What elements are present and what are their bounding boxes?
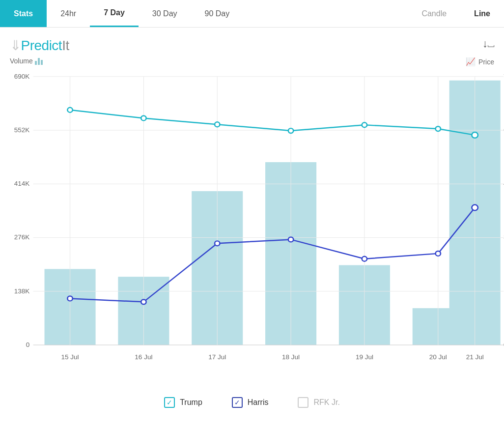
trump-dot-19jul	[362, 122, 367, 127]
trump-label: Trump	[180, 398, 202, 407]
y-label-552k: 552K	[14, 126, 30, 134]
tab-stats[interactable]: Stats	[0, 0, 47, 27]
volume-label-area: Volume	[10, 57, 43, 65]
harris-dot-20jul	[436, 251, 441, 256]
trump-dot-20jul	[436, 126, 441, 131]
x-label-15jul: 15 Jul	[61, 354, 79, 361]
top-nav: Stats 24hr 7 Day 30 Day 90 Day Candle Li…	[0, 0, 504, 28]
chart-legend: ✓ Trump ✓ Harris RFK Jr.	[0, 397, 504, 408]
tab-7day[interactable]: 7 Day	[90, 0, 139, 27]
harris-dot-18jul	[288, 237, 293, 242]
rfk-label: RFK Jr.	[313, 398, 339, 407]
harris-dot-16jul	[141, 299, 146, 304]
logo-it: It	[62, 38, 69, 53]
harris-dot-21jul	[472, 205, 477, 211]
legend-trump[interactable]: ✓ Trump	[164, 397, 202, 408]
price-chart-icon: 📈	[466, 57, 476, 66]
download-button[interactable]: ↓⎵	[482, 37, 494, 50]
x-label-17jul: 17 Jul	[208, 354, 226, 361]
y-label-690k: 690K	[14, 73, 30, 80]
x-label-19jul: 19 Jul	[356, 354, 373, 361]
y-label-0: 0	[26, 341, 30, 348]
harris-checkbox[interactable]: ✓	[232, 397, 243, 408]
price-label: Price	[478, 58, 494, 66]
y-label-414k: 414K	[14, 180, 30, 188]
chart-container: ⇓PredictIt ↓⎵ Volume 📈 Price	[0, 28, 504, 416]
legend-rfk[interactable]: RFK Jr.	[298, 397, 339, 408]
tab-line[interactable]: Line	[460, 0, 504, 27]
volume-label: Volume	[10, 57, 43, 65]
trump-dot-21jul	[472, 132, 477, 138]
chart-svg-area: 690K 552K 414K 276K 138K 0 75¢ 60¢ 45¢ 3…	[0, 72, 504, 372]
trump-dot-15jul	[67, 108, 72, 113]
harris-label: Harris	[248, 398, 269, 407]
x-label-16jul: 16 Jul	[135, 354, 152, 361]
trump-dot-18jul	[288, 128, 293, 133]
x-label-21jul: 21 Jul	[466, 354, 484, 361]
harris-dot-17jul	[215, 241, 220, 246]
harris-dot-15jul	[67, 296, 72, 301]
x-label-20jul: 20 Jul	[429, 354, 447, 361]
tab-24hr[interactable]: 24hr	[47, 0, 90, 27]
harris-dot-19jul	[362, 257, 367, 261]
main-chart-svg: 690K 552K 414K 276K 138K 0 75¢ 60¢ 45¢ 3…	[0, 72, 504, 372]
logo: ⇓PredictIt	[10, 37, 69, 54]
trump-dot-16jul	[141, 116, 146, 121]
x-label-18jul: 18 Jul	[282, 354, 300, 361]
y-label-276k: 276K	[14, 234, 30, 241]
y-label-138k: 138K	[14, 287, 30, 295]
trump-dot-17jul	[215, 122, 220, 127]
price-label-area: 📈 Price	[466, 57, 494, 66]
logo-text: ⇓PredictIt	[10, 37, 69, 54]
legend-harris[interactable]: ✓ Harris	[232, 397, 269, 408]
tab-90day[interactable]: 90 Day	[191, 0, 244, 27]
tab-candle[interactable]: Candle	[408, 0, 460, 27]
volume-bars-icon	[35, 57, 43, 65]
tab-30day[interactable]: 30 Day	[139, 0, 191, 27]
rfk-checkbox[interactable]	[298, 397, 308, 408]
trump-checkbox[interactable]: ✓	[164, 397, 175, 408]
logo-predict: Predict	[21, 38, 62, 53]
trump-line	[70, 110, 475, 135]
